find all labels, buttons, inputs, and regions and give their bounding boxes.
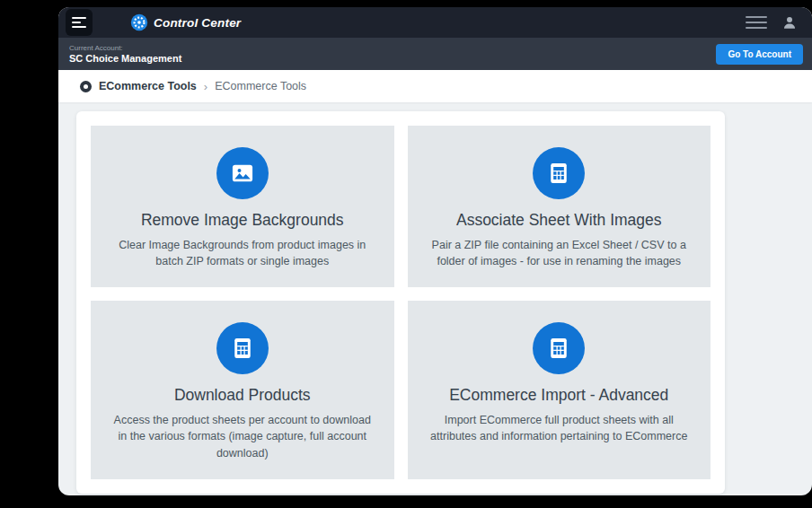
account-bar: Current Account: SC Choice Management Go…	[58, 38, 812, 70]
breadcrumb-section[interactable]: ECommerce Tools	[99, 80, 197, 92]
user-icon[interactable]	[781, 14, 798, 31]
current-account: Current Account: SC Choice Management	[69, 44, 181, 65]
breadcrumb: ECommerce Tools › ECommerce Tools	[58, 70, 812, 102]
sheet-icon	[533, 147, 585, 199]
tile-remove-image-backgrounds[interactable]: Remove Image Backgrounds Clear Image Bac…	[91, 126, 394, 287]
breadcrumb-icon	[80, 81, 92, 92]
tool-tile-grid: Remove Image Backgrounds Clear Image Bac…	[91, 126, 710, 479]
go-to-account-button[interactable]: Go To Account	[716, 44, 803, 65]
menu-toggle-icon[interactable]	[66, 9, 93, 36]
brand-title: Control Center	[154, 16, 241, 30]
tile-title: ECommerce Import - Advanced	[426, 386, 693, 405]
tile-description: Pair a ZIP file containing an Excel Shee…	[426, 237, 693, 269]
sheet-icon	[533, 322, 585, 374]
tile-download-products[interactable]: Download Products Access the product she…	[91, 301, 394, 478]
top-header-bar: Control Center	[58, 7, 812, 38]
current-account-label: Current Account:	[69, 44, 181, 53]
tile-title: Remove Image Backgrounds	[109, 211, 376, 230]
tile-ecommerce-import-advanced[interactable]: ECommerce Import - Advanced Import EComm…	[408, 301, 711, 478]
chevron-right-icon: ›	[204, 80, 207, 93]
image-icon	[216, 147, 269, 199]
tools-card: Remove Image Backgrounds Clear Image Bac…	[76, 111, 725, 494]
brand: Control Center	[130, 13, 241, 31]
content-area: Remove Image Backgrounds Clear Image Bac…	[58, 102, 812, 495]
brand-logo-icon	[130, 13, 148, 31]
tile-description: Clear Image Backgrounds from product ima…	[109, 237, 376, 269]
app-window: Control Center Current Account: SC Choic…	[58, 7, 812, 495]
tile-title: Download Products	[109, 386, 376, 405]
sheet-icon	[216, 322, 269, 374]
menu-lines-icon[interactable]	[746, 16, 767, 29]
tile-description: Import ECommerce full product sheets wit…	[426, 412, 693, 444]
tile-description: Access the product sheets per account to…	[109, 412, 376, 460]
tile-associate-sheet-with-images[interactable]: Associate Sheet With Images Pair a ZIP f…	[408, 126, 711, 287]
breadcrumb-page: ECommerce Tools	[215, 80, 306, 92]
tile-title: Associate Sheet With Images	[426, 211, 693, 230]
current-account-name: SC Choice Management	[69, 53, 181, 65]
